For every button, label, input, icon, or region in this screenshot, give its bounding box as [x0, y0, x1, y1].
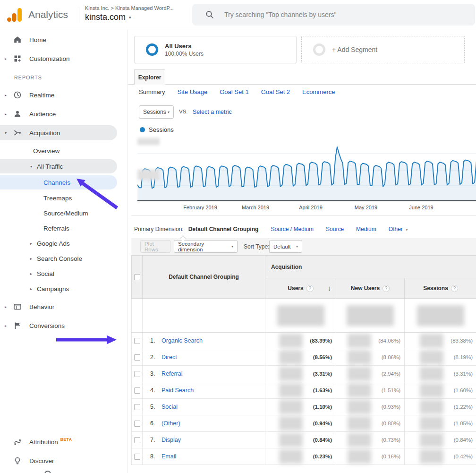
sidebar-item-google-ads[interactable]: ▸ Google Ads	[0, 237, 128, 250]
subtab-goal-set-2[interactable]: Goal Set 2	[261, 88, 290, 95]
row-checkbox[interactable]	[134, 437, 140, 443]
new-users-column-header[interactable]: New Users ?	[336, 278, 404, 298]
add-segment-button[interactable]: + Add Segment	[301, 36, 465, 63]
sidebar-item-conversions[interactable]: ▸ Conversions	[0, 318, 128, 333]
new-users-percent: (84.06%)	[374, 338, 400, 344]
sessions-percent: (1.05%)	[446, 421, 473, 426]
dimension-default-channel-grouping[interactable]: Default Channel Grouping	[188, 226, 259, 232]
select-metric-link[interactable]: Select a metric	[193, 109, 232, 115]
new-users-percent: (0.73%)	[374, 437, 400, 443]
row-checkbox[interactable]	[134, 371, 140, 377]
sidebar-nav: Home ▸ Customization REPORTS ▸	[0, 29, 128, 473]
redacted-total-users	[277, 305, 324, 326]
subtab-ecommerce[interactable]: Ecommerce	[302, 88, 335, 95]
vs-label: vs.	[179, 109, 188, 114]
row-checkbox[interactable]	[134, 421, 140, 427]
sidebar-item-overview[interactable]: Overview	[0, 144, 128, 157]
channel-link[interactable]: Referral	[162, 370, 182, 377]
table-row: 7.Display(0.84%)(0.73%)(0.84%)	[131, 432, 476, 448]
help-icon[interactable]: ?	[382, 285, 390, 292]
sidebar-item-audience[interactable]: ▸ Audience	[0, 106, 128, 121]
redacted-users-value	[279, 416, 303, 430]
x-axis-label: May 2019	[355, 205, 377, 210]
redacted-users-value	[279, 433, 303, 447]
sidebar-item-campaigns[interactable]: ▸ Campaigns	[0, 282, 128, 295]
section-divider	[131, 215, 476, 216]
channel-link[interactable]: Display	[162, 437, 181, 443]
table-header: Default Channel Grouping Acquisition Use…	[131, 255, 476, 299]
segment-subtitle: 100.00% Users	[165, 51, 204, 57]
row-checkbox[interactable]	[134, 338, 140, 344]
subtab-summary[interactable]: Summary	[139, 88, 165, 95]
sidebar-item-social[interactable]: ▸ Social	[0, 267, 128, 280]
users-column-header[interactable]: Users ? ↓	[265, 278, 336, 298]
select-all-checkbox[interactable]	[134, 274, 140, 280]
sidebar-item-realtime[interactable]: ▸ Realtime	[0, 87, 128, 103]
sidebar-item-behavior[interactable]: ▸ Behavior	[0, 299, 128, 314]
row-checkbox[interactable]	[134, 404, 140, 410]
chevron-down-icon: ▾	[231, 244, 233, 249]
redacted-new-users-value	[348, 383, 371, 397]
channel-link[interactable]: Social	[162, 404, 178, 410]
sidebar-item-referrals[interactable]: Referrals	[0, 222, 128, 235]
dimension-medium[interactable]: Medium	[356, 226, 376, 232]
segment-ring-icon	[146, 43, 158, 56]
sidebar-item-source-medium[interactable]: Source/Medium	[0, 206, 128, 220]
dimension-other-dropdown[interactable]: Other ▾	[389, 226, 408, 232]
home-icon	[13, 35, 22, 44]
sort-type-label: Sort Type:	[244, 243, 269, 250]
help-icon[interactable]: ?	[451, 285, 458, 292]
sidebar-item-acquisition[interactable]: ▾ Acquisition	[0, 125, 117, 140]
dimension-source[interactable]: Source	[326, 226, 344, 232]
search-input[interactable]	[224, 11, 423, 18]
row-rank: 5.	[150, 404, 155, 410]
channel-link[interactable]: (Other)	[162, 420, 180, 427]
row-rank: 3.	[150, 370, 155, 377]
analytics-logo[interactable]: Analytics	[7, 6, 68, 23]
sessions-column-header[interactable]: Sessions ?	[404, 278, 476, 298]
table-totals-row	[131, 299, 476, 333]
segment-all-users[interactable]: All Users 100.00% Users	[134, 36, 297, 63]
sidebar-item-discover[interactable]: Discover	[0, 453, 128, 468]
dimension-column-header[interactable]: Default Channel Grouping	[142, 256, 265, 298]
channel-link[interactable]: Organic Search	[162, 337, 203, 344]
row-checkbox[interactable]	[134, 454, 140, 460]
account-switcher[interactable]: Kinsta Inc. > Kinsta Managed WordP... ki…	[85, 5, 174, 22]
secondary-dimension-dropdown[interactable]: Secondary dimension ▾	[174, 240, 238, 253]
metric-dropdown[interactable]: Sessions ▾	[139, 105, 174, 119]
search-bar[interactable]	[192, 4, 475, 26]
row-checkbox[interactable]	[134, 354, 140, 361]
sidebar-item-channels[interactable]: Channels	[0, 175, 117, 189]
channel-link[interactable]: Direct	[162, 354, 177, 361]
sidebar-item-search-console[interactable]: ▸ Search Console	[0, 252, 128, 265]
redacted-new-users-value	[348, 433, 371, 447]
google-analytics-app: Analytics Kinsta Inc. > Kinsta Managed W…	[0, 0, 476, 473]
tab-explorer[interactable]: Explorer	[134, 69, 165, 85]
beta-badge: BETA	[60, 437, 72, 442]
expand-caret-icon: ▸	[5, 93, 7, 97]
plot-rows-button[interactable]: Plot Rows	[140, 240, 170, 253]
sidebar-item-home[interactable]: Home	[0, 32, 128, 47]
sidebar-item-customization[interactable]: ▸ Customization	[0, 51, 128, 66]
help-icon[interactable]: ?	[306, 285, 314, 292]
segment-title: All Users	[165, 43, 204, 50]
row-checkbox[interactable]	[134, 387, 140, 394]
header-divider	[79, 7, 79, 23]
sidebar-item-treemaps[interactable]: Treemaps	[0, 191, 128, 205]
sidebar-item-all-traffic[interactable]: ▾ All Traffic	[0, 159, 117, 173]
new-users-percent: (8.86%)	[374, 354, 400, 360]
table-row: 6.(Other)(0.94%)(0.80%)(1.05%)	[131, 415, 476, 432]
channel-link[interactable]: Paid Search	[162, 387, 194, 394]
expand-caret-icon: ▸	[5, 57, 7, 61]
dimension-source-medium[interactable]: Source / Medium	[271, 226, 314, 232]
table-row: 8.Email(0.23%)(0.16%)(0.42%)	[131, 448, 476, 465]
subtab-site-usage[interactable]: Site Usage	[178, 88, 208, 95]
sidebar-item-attribution[interactable]: AttributionBETA	[0, 434, 128, 449]
sessions-percent: (0.84%)	[446, 437, 473, 443]
channel-link[interactable]: Email	[162, 453, 176, 460]
breadcrumb: Kinsta Inc. > Kinsta Managed WordP...	[85, 5, 174, 11]
sort-type-dropdown[interactable]: Default ▾	[269, 240, 302, 253]
subtab-goal-set-1[interactable]: Goal Set 1	[220, 88, 248, 95]
top-app-bar: Analytics Kinsta Inc. > Kinsta Managed W…	[0, 0, 476, 29]
sessions-percent: (8.19%)	[446, 354, 473, 360]
